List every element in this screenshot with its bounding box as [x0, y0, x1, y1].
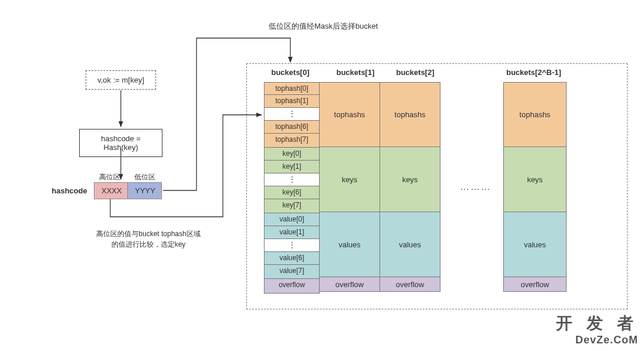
watermark-line2: DevZe.CoM: [575, 334, 638, 346]
b2-keys: keys: [380, 147, 440, 212]
hashcode-low-cell: YYYY: [128, 182, 162, 199]
blast-overflow: overflow: [503, 277, 567, 292]
hashcode-high-cell: XXXX: [94, 182, 128, 199]
high-compare-explain: 高位区的值与bucket tophash区域 的值进行比较，选定key: [87, 229, 210, 250]
b0-overflow: overflow: [264, 279, 320, 294]
b0-key-7: key[7]: [264, 199, 320, 213]
b0-key-0: key[0]: [264, 148, 320, 161]
b0-value-1: value[1]: [264, 226, 320, 239]
b0-tophash-0: tophash[0]: [264, 82, 320, 95]
b0-value-6: value[6]: [264, 252, 320, 265]
b1-keys: keys: [320, 147, 380, 212]
bucket-header-0: buckets[0]: [264, 68, 317, 77]
b0-tophash-6: tophash[6]: [264, 121, 320, 134]
bucket0-column: tophash[0] tophash[1] ⋮ tophash[6] topha…: [264, 82, 320, 294]
b2-tophashs: tophashs: [380, 82, 440, 147]
bucket2-column: tophashs keys values overflow: [380, 82, 440, 292]
b0-key-ellipsis: ⋮: [264, 173, 320, 186]
bucket-header-last: buckets[2^B-1]: [499, 68, 569, 77]
b1-overflow: overflow: [320, 277, 380, 292]
b2-values: values: [380, 212, 440, 277]
low-region-label: 低位区: [130, 172, 160, 182]
bucket-header-1: buckets[1]: [326, 68, 385, 77]
b0-tophash-7: tophash[7]: [264, 134, 320, 148]
step1-text: v,ok := m[key]: [97, 76, 144, 84]
blast-keys: keys: [503, 147, 567, 212]
watermark-line1: 开 发 者: [556, 314, 638, 332]
b0-tophash-1: tophash[1]: [264, 95, 320, 108]
b2-overflow: overflow: [380, 277, 440, 292]
low-region-mask-label: 低位区的值经Mask后选择bucket: [269, 21, 378, 32]
high-region-label: 高位区: [95, 172, 124, 182]
high-compare-l1: 高位区的值与bucket tophash区域: [96, 230, 200, 238]
b0-value-7: value[7]: [264, 265, 320, 279]
step2-text: hashcode = Hash(key): [101, 134, 141, 152]
b0-tophash-ellipsis: ⋮: [264, 108, 320, 121]
step2-box: hashcode = Hash(key): [79, 129, 162, 157]
high-compare-l2: 的值进行比较，选定key: [111, 240, 186, 248]
bucket-last-column: tophashs keys values overflow: [503, 82, 567, 292]
blast-values: values: [503, 212, 567, 277]
b1-values: values: [320, 212, 380, 277]
blast-tophashs: tophashs: [503, 82, 567, 147]
b0-key-1: key[1]: [264, 161, 320, 173]
b1-tophashs: tophashs: [320, 82, 380, 147]
b0-key-6: key[6]: [264, 186, 320, 199]
b0-value-0: value[0]: [264, 213, 320, 226]
buckets-ellipsis: ………: [460, 182, 492, 192]
b0-value-ellipsis: ⋮: [264, 239, 320, 252]
bucket-header-2: buckets[2]: [386, 68, 445, 77]
hashcode-label: hashcode: [52, 186, 87, 195]
step1-box: v,ok := m[key]: [86, 70, 156, 90]
bucket1-column: tophashs keys values overflow: [320, 82, 380, 292]
